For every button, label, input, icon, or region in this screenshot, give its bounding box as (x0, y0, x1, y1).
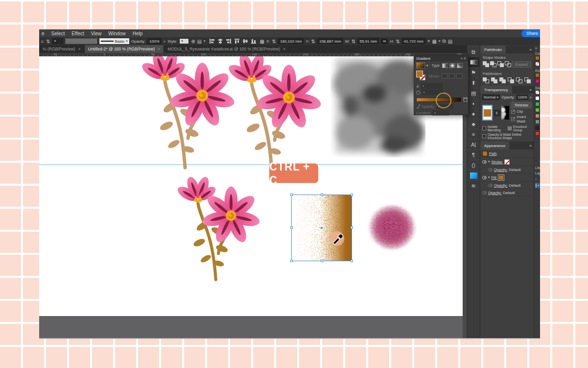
location-dropdown[interactable]: ▾ (432, 110, 449, 116)
crop-icon[interactable] (508, 77, 515, 84)
swatch[interactable] (535, 102, 540, 106)
swatch[interactable] (535, 120, 540, 124)
stroke-along-icon[interactable] (449, 74, 455, 78)
freeform-gradient-icon[interactable] (457, 63, 463, 68)
opentype-panel-icon[interactable]: () (468, 160, 479, 170)
swatches-label[interactable]: Swatches (535, 86, 540, 90)
gray-watercolor-texture[interactable] (330, 56, 425, 157)
constrain-proportions-icon[interactable]: ∞ (381, 39, 388, 44)
opacity-expand-icon[interactable]: > (530, 95, 532, 99)
flower-cluster-top-right[interactable] (226, 56, 324, 172)
transparency-tab[interactable]: Transparency (480, 86, 512, 94)
swatch[interactable] (535, 114, 540, 118)
gradient-panel-icon[interactable] (468, 57, 479, 67)
close-icon[interactable]: × (158, 47, 160, 51)
visibility-eye-icon[interactable] (488, 168, 493, 172)
y-field[interactable]: 158,887 mm (317, 38, 343, 44)
brush-definition-dropdown[interactable]: Basic ▾ (99, 38, 129, 44)
radial-gradient-icon[interactable] (449, 63, 455, 68)
artboards-panel-icon[interactable]: ⧉ (468, 47, 479, 57)
pathfinder-header[interactable]: Pathfinder ≡ (480, 46, 534, 53)
exclude-icon[interactable] (505, 61, 511, 68)
stepper-icon[interactable]: ⇅ (396, 39, 400, 44)
horizontal-ruler[interactable]: 50 0 50 100 150 200 250 300 350 (39, 53, 467, 56)
swatch[interactable] (535, 131, 540, 136)
close-icon[interactable]: × (78, 47, 81, 51)
transparency-strip-icon[interactable]: ≋ (468, 180, 479, 191)
recent-swatch[interactable] (535, 73, 540, 77)
fill-label[interactable]: Fill: (492, 175, 497, 180)
flower-cluster-top-left[interactable] (140, 56, 237, 170)
swatch[interactable] (535, 96, 540, 100)
tab-doc2-active[interactable]: Untitled-2* @ 150 % (RGB/Preview) × (85, 45, 164, 53)
style-dropdown[interactable]: ▾ (179, 38, 189, 44)
shear-icon[interactable]: ▦ (432, 39, 437, 44)
visibility-eye-icon[interactable] (482, 160, 487, 164)
stepper-icon[interactable]: ⇅ (311, 39, 315, 44)
character-panel-icon[interactable]: A| (468, 139, 479, 149)
variable-width-dropdown[interactable] (65, 38, 97, 44)
link-mask-icon[interactable]: ∞ (494, 110, 499, 116)
recolor-icon[interactable]: ▤ (448, 39, 452, 44)
visibility-eye-icon[interactable] (482, 191, 487, 195)
appearance-header[interactable]: Appearance ≡ (480, 142, 534, 149)
collapse-icon[interactable]: » (461, 56, 463, 61)
stepper-icon[interactable]: ⇅ (352, 39, 355, 44)
align-panel-icon[interactable]: ⚑ (468, 67, 479, 77)
appearance-stroke-row[interactable]: ▾ Stroke: (480, 158, 534, 166)
stroke-none-swatch[interactable] (504, 159, 510, 165)
fill-stroke-swatches[interactable] (416, 71, 427, 81)
mask-thumbnail[interactable] (501, 106, 510, 120)
opacity-value[interactable]: 100% (517, 95, 528, 100)
menu-item-window[interactable]: Window (108, 31, 126, 36)
stroke-weight-dropdown[interactable]: ▾ (52, 38, 63, 44)
eyedropper-icon[interactable] (416, 104, 420, 109)
h-field[interactable]: 41,722 mm (402, 38, 425, 44)
tab-doc1[interactable]: % (RGB/Preview) × (39, 45, 85, 53)
panel-menu-icon[interactable]: ≡ (530, 48, 534, 52)
paragraph-panel-icon[interactable]: ¶ (468, 149, 479, 160)
delete-stop-icon[interactable] (463, 97, 468, 102)
doc-icon[interactable]: ▤ (197, 39, 202, 44)
libraries-panel-label[interactable]: Libraries (535, 166, 540, 170)
appearance-stroke-opacity-row[interactable]: Opacity: Default (480, 166, 534, 173)
layer-visibility-row[interactable] (535, 183, 540, 188)
swatch-none[interactable] (535, 90, 540, 95)
opacity-value[interactable]: 100% (147, 38, 161, 44)
appearance-fill-opacity-row[interactable]: Opacity: Default (480, 182, 534, 189)
trim-icon[interactable] (491, 77, 498, 84)
align-left-icon[interactable] (209, 38, 215, 44)
panel-menu-icon[interactable]: ≡ (464, 56, 466, 61)
tab-doc3[interactable]: MODUL_5_Rysowanie Kwiatkow.ai @ 100 % (R… (164, 45, 289, 53)
search-icon[interactable]: ⌕ (535, 177, 540, 181)
opacity-label[interactable]: Opacity: (494, 183, 508, 188)
artboard-grid-icon[interactable]: ▦ (260, 39, 264, 44)
transparency-header[interactable]: Transparency ≡ (480, 86, 534, 94)
align-top-icon[interactable] (234, 38, 240, 44)
stroke-label[interactable]: Stroke: (492, 160, 503, 164)
gradient-thumbnail[interactable] (416, 62, 425, 69)
panel-menu-icon[interactable]: ≡ (530, 144, 534, 148)
appearance-opacity-row[interactable]: Opacity: Default (480, 189, 534, 196)
maroon-stipple-circle[interactable] (367, 203, 417, 251)
clip-checkbox[interactable] (511, 110, 515, 114)
artboard-canvas[interactable]: CTRL + C (39, 56, 463, 339)
w-field[interactable]: 55,91 mm (357, 38, 379, 44)
shape-builder-panel-icon[interactable]: ◗ (468, 98, 479, 108)
transform-icon[interactable]: ⌖ (427, 38, 430, 44)
linear-gradient-icon[interactable] (442, 63, 448, 68)
stepper-icon[interactable]: ⇅ (272, 39, 276, 44)
stroke-within-icon[interactable] (442, 74, 447, 78)
outline-icon[interactable] (516, 77, 523, 84)
color-panel-label[interactable]: Color (535, 52, 540, 55)
merge-icon[interactable] (499, 77, 506, 84)
angle-dropdown[interactable]: ▾ (421, 83, 443, 89)
align-middle-icon[interactable] (242, 38, 248, 44)
align-right-icon[interactable] (226, 38, 232, 44)
intersect-icon[interactable] (497, 61, 503, 68)
appearance-tab[interactable]: Appearance (480, 142, 509, 149)
minus-front-icon[interactable] (490, 61, 496, 68)
menu-item-effect[interactable]: Effect (71, 31, 84, 36)
chevron-down-icon[interactable]: ▾ (488, 175, 490, 179)
fill-color-swatch[interactable] (535, 56, 540, 60)
